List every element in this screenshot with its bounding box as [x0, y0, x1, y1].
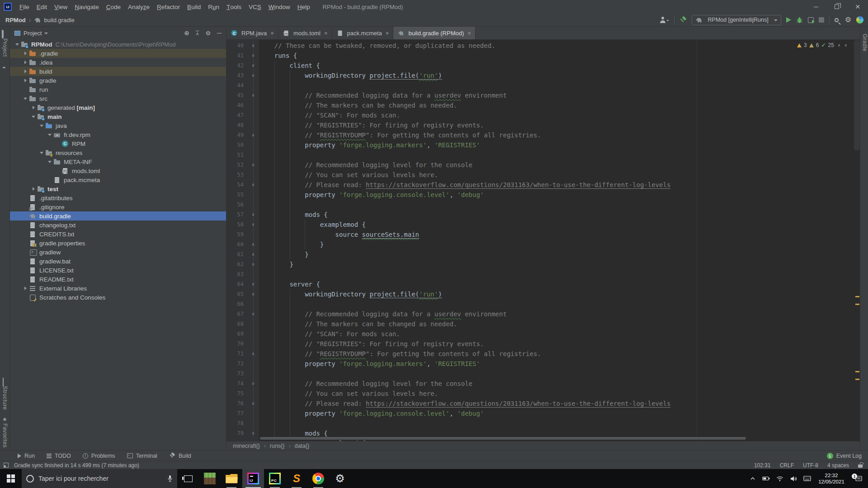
- code-line-70[interactable]: 70 // "REGISTRIES": For firing of regist…: [226, 339, 860, 349]
- tree-row-license-txt[interactable]: LICENSE.txt: [10, 266, 226, 275]
- code-line-55[interactable]: 55 property 'forge.logging.console.level…: [226, 190, 860, 200]
- menu-navigate[interactable]: Navigate: [71, 0, 102, 14]
- tool-window-button-run[interactable]: Run: [12, 450, 41, 461]
- breadcrumb-project[interactable]: RPMod: [5, 17, 26, 23]
- fold-end-icon[interactable]: ∧: [250, 41, 257, 51]
- maximize-button[interactable]: [826, 0, 847, 14]
- line-number[interactable]: 50: [226, 140, 244, 150]
- breadcrumb-runs[interactable]: runs{}: [270, 443, 285, 449]
- breadcrumb-data[interactable]: data{}: [294, 443, 309, 449]
- code-line-62[interactable]: 62∧ }: [226, 259, 860, 269]
- code-line-41[interactable]: 41∨ runs {: [226, 51, 860, 61]
- search-everywhere-button[interactable]: [835, 18, 839, 22]
- code-line-49[interactable]: 49∧ // "REGISTRYDUMP": For getting the c…: [226, 130, 860, 140]
- chevron-collapsed-icon[interactable]: [30, 106, 37, 109]
- line-number[interactable]: 49: [226, 130, 244, 140]
- code-line-76[interactable]: 76∧ // Please read: https://stackoverflo…: [226, 399, 860, 408]
- editor-tab-pack-mcmeta[interactable]: pack.mcmeta×: [332, 27, 394, 39]
- code-line-44[interactable]: 44: [226, 80, 860, 90]
- fold-collapse-icon[interactable]: ∨: [250, 210, 257, 220]
- code-line-42[interactable]: 42∨ client {: [226, 61, 860, 70]
- line-number[interactable]: 42: [226, 61, 244, 70]
- line-number[interactable]: 55: [226, 190, 244, 200]
- line-number[interactable]: 70: [226, 339, 244, 349]
- run-button[interactable]: [786, 17, 791, 23]
- code-line-67[interactable]: 67∨ // Recommended logging data for a us…: [226, 309, 860, 319]
- stop-button[interactable]: [819, 17, 824, 23]
- tree-row-external-libraries[interactable]: External Libraries: [10, 284, 226, 293]
- collapse-all-button[interactable]: ∧: [196, 31, 199, 36]
- code-line-56[interactable]: 56: [226, 200, 860, 210]
- taskbar-app-settings[interactable]: ⚙: [329, 469, 351, 488]
- chevron-expanded-icon[interactable]: [38, 152, 45, 154]
- code-line-61[interactable]: 61∧ }: [226, 249, 860, 259]
- editor-tab-rpm-java[interactable]: RPM.java×: [226, 27, 278, 39]
- horizontal-scrollbar[interactable]: [260, 437, 746, 440]
- tree-row-resources[interactable]: resources: [10, 148, 226, 157]
- vertical-scrollbar[interactable]: [854, 40, 860, 150]
- taskbar-app-task-view[interactable]: [177, 469, 199, 488]
- code-line-40[interactable]: 40∧ // These can be tweaked, removed, or…: [226, 41, 860, 51]
- fold-collapse-icon[interactable]: ∨: [250, 279, 257, 289]
- next-problem-icon[interactable]: ∨: [844, 43, 847, 47]
- taskbar-app-sublime-text[interactable]: S: [286, 469, 307, 488]
- line-number[interactable]: 51: [226, 150, 244, 160]
- tool-window-button-build[interactable]: Build: [163, 450, 197, 461]
- run-configuration-select[interactable]: RPMod [genIntellijRuns]: [692, 15, 781, 25]
- fold-end-icon[interactable]: ∧: [250, 289, 257, 299]
- menu-edit[interactable]: Edit: [33, 0, 51, 14]
- tree-row-rpm[interactable]: RPM: [10, 139, 226, 148]
- line-number[interactable]: 43: [226, 70, 244, 80]
- tree-row-test[interactable]: test: [10, 184, 226, 193]
- line-number[interactable]: 52: [226, 160, 244, 170]
- locate-file-button[interactable]: ⊕: [184, 29, 189, 37]
- debug-button[interactable]: [796, 17, 803, 23]
- line-number[interactable]: 54: [226, 180, 244, 190]
- line-number[interactable]: 46: [226, 100, 244, 110]
- code-line-53[interactable]: 53 // You can set various levels here.: [226, 170, 860, 180]
- wifi-icon[interactable]: [773, 476, 787, 482]
- warning-stripe-mark[interactable]: [855, 304, 859, 305]
- code-line-72[interactable]: 72 property 'forge.logging.markers', 'RE…: [226, 359, 860, 369]
- fold-collapse-icon[interactable]: ∨: [250, 428, 257, 438]
- tree-row-credits-txt[interactable]: CREDITS.txt: [10, 230, 226, 239]
- profile-button[interactable]: [660, 17, 669, 23]
- chevron-collapsed-icon[interactable]: [22, 61, 29, 64]
- line-number[interactable]: 79: [226, 428, 244, 438]
- tool-window-button-problems[interactable]: !Problems: [77, 450, 121, 461]
- close-tab-icon[interactable]: ×: [324, 30, 328, 37]
- line-number[interactable]: 64: [226, 279, 244, 289]
- line-number[interactable]: 72: [226, 359, 244, 369]
- menu-vcs[interactable]: VCS: [245, 0, 265, 14]
- code-line-65[interactable]: 65∧ workingDirectory project.file('run'): [226, 289, 860, 299]
- fold-end-icon[interactable]: ∧: [250, 349, 257, 359]
- line-number[interactable]: 63: [226, 269, 244, 279]
- line-number[interactable]: 75: [226, 389, 244, 399]
- editor-tab-build-gradle-rpmod[interactable]: build.gradle (RPMod)×: [393, 27, 475, 39]
- line-number[interactable]: 76: [226, 399, 244, 408]
- tree-row-main[interactable]: main: [10, 112, 226, 121]
- tool-stripe-structure[interactable]: Structure: [2, 386, 8, 410]
- line-number[interactable]: 68: [226, 319, 244, 329]
- status-message[interactable]: Gradle sync finished in 14 s 499 ms (7 m…: [14, 462, 139, 469]
- volume-icon[interactable]: [787, 476, 800, 482]
- tree-row-build[interactable]: build: [10, 67, 226, 76]
- code-line-78[interactable]: 78: [226, 418, 860, 428]
- line-number[interactable]: 74: [226, 379, 244, 389]
- line-number[interactable]: 56: [226, 200, 244, 210]
- warning-stripe-mark[interactable]: [855, 379, 859, 380]
- tree-row-fr-dev-rpm[interactable]: fr.dev.rpm: [10, 130, 226, 139]
- warning-stripe-mark[interactable]: [855, 296, 859, 297]
- build-hammer-button[interactable]: [679, 17, 687, 23]
- code-line-69[interactable]: 69 // "SCAN": For mods scan.: [226, 329, 860, 339]
- menu-code[interactable]: Code: [103, 0, 124, 14]
- code-line-60[interactable]: 60∧ }: [226, 239, 860, 249]
- minimize-button[interactable]: ─: [806, 0, 826, 14]
- tree-row-run[interactable]: run: [10, 85, 226, 94]
- menu-file[interactable]: File: [16, 0, 33, 14]
- project-panel-title[interactable]: Project: [24, 30, 42, 37]
- code-line-58[interactable]: 58∨ examplemod {: [226, 220, 860, 230]
- touch-keyboard-icon[interactable]: [800, 476, 814, 481]
- event-log-button[interactable]: 1 Event Log: [827, 453, 862, 459]
- fold-end-icon[interactable]: ∧: [250, 70, 257, 80]
